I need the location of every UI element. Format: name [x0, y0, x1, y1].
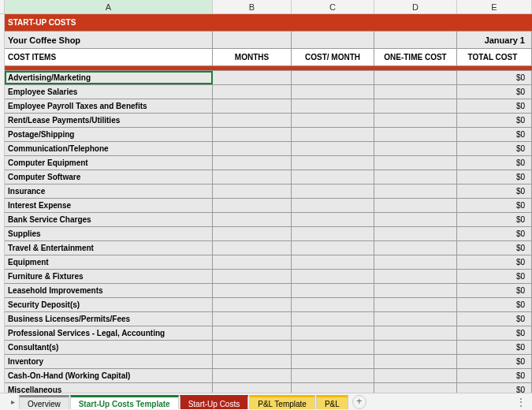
total-cost-cell[interactable]: $0	[457, 369, 532, 382]
cost-per-month-cell[interactable]	[292, 99, 374, 113]
header-cost-month[interactable]: COST/ MONTH	[292, 49, 374, 65]
cost-item-label[interactable]: Supplies	[5, 227, 213, 240]
months-cell[interactable]	[213, 156, 292, 170]
total-cost-cell[interactable]: $0	[457, 184, 532, 198]
cost-item-label[interactable]: Security Deposit(s)	[5, 298, 213, 311]
column-header-A[interactable]: A	[5, 0, 213, 13]
column-header-D[interactable]: D	[374, 0, 457, 13]
months-cell[interactable]	[213, 383, 292, 393]
cost-per-month-cell[interactable]	[292, 312, 374, 326]
cost-per-month-cell[interactable]	[292, 227, 374, 240]
total-cost-cell[interactable]: $0	[457, 255, 532, 269]
cost-per-month-cell[interactable]	[292, 128, 374, 141]
tab-startup-costs-template[interactable]: Start-Up Costs Template	[70, 395, 179, 409]
cost-item-label[interactable]: Advertising/Marketing	[5, 71, 213, 84]
cost-per-month-cell[interactable]	[292, 341, 374, 354]
one-time-cost-cell[interactable]	[374, 99, 457, 113]
total-cost-cell[interactable]: $0	[457, 227, 532, 240]
cost-item-label[interactable]: Employee Salaries	[5, 85, 213, 99]
total-cost-cell[interactable]: $0	[457, 85, 532, 99]
cost-item-label[interactable]: Professional Services - Legal, Accountin…	[5, 326, 213, 340]
cost-per-month-cell[interactable]	[292, 184, 374, 198]
cost-per-month-cell[interactable]	[292, 156, 374, 170]
one-time-cost-cell[interactable]	[374, 341, 457, 354]
months-cell[interactable]	[213, 114, 292, 127]
tab-scroll-right-icon[interactable]: ▸	[6, 396, 19, 408]
months-cell[interactable]	[213, 341, 292, 354]
cost-per-month-cell[interactable]	[292, 255, 374, 269]
cost-item-label[interactable]: Interest Expense	[5, 199, 213, 212]
total-cost-cell[interactable]: $0	[457, 298, 532, 311]
tab-pl[interactable]: P&L	[316, 395, 348, 409]
cost-per-month-cell[interactable]	[292, 369, 374, 382]
months-cell[interactable]	[213, 99, 292, 113]
total-cost-cell[interactable]: $0	[457, 213, 532, 226]
cost-per-month-cell[interactable]	[292, 199, 374, 212]
total-cost-cell[interactable]: $0	[457, 341, 532, 354]
one-time-cost-cell[interactable]	[374, 298, 457, 311]
cost-item-label[interactable]: Furniture & Fixtures	[5, 270, 213, 283]
months-cell[interactable]	[213, 326, 292, 340]
column-header-C[interactable]: C	[292, 0, 374, 13]
months-cell[interactable]	[213, 369, 292, 382]
one-time-cost-cell[interactable]	[374, 170, 457, 184]
date-cell[interactable]: January 1	[457, 32, 532, 48]
one-time-cost-cell[interactable]	[374, 312, 457, 326]
cost-item-label[interactable]: Cash-On-Hand (Working Capital)	[5, 369, 213, 382]
column-header-E[interactable]: E	[457, 0, 532, 13]
column-header-B[interactable]: B	[213, 0, 292, 13]
months-cell[interactable]	[213, 184, 292, 198]
sheet-title[interactable]: START-UP COSTS	[5, 14, 213, 31]
one-time-cost-cell[interactable]	[374, 241, 457, 255]
cost-item-label[interactable]: Rent/Lease Payments/Utilities	[5, 114, 213, 127]
cost-per-month-cell[interactable]	[292, 170, 374, 184]
one-time-cost-cell[interactable]	[374, 71, 457, 84]
one-time-cost-cell[interactable]	[374, 284, 457, 297]
cost-item-label[interactable]: Communication/Telephone	[5, 142, 213, 155]
cost-item-label[interactable]: Travel & Entertainment	[5, 241, 213, 255]
total-cost-cell[interactable]: $0	[457, 383, 532, 393]
total-cost-cell[interactable]: $0	[457, 199, 532, 212]
cost-item-label[interactable]: Inventory	[5, 355, 213, 368]
total-cost-cell[interactable]: $0	[457, 326, 532, 340]
months-cell[interactable]	[213, 213, 292, 226]
total-cost-cell[interactable]: $0	[457, 142, 532, 155]
header-cost-items[interactable]: COST ITEMS	[5, 49, 213, 65]
cost-per-month-cell[interactable]	[292, 114, 374, 127]
header-months[interactable]: MONTHS	[213, 49, 292, 65]
total-cost-cell[interactable]: $0	[457, 156, 532, 170]
cost-item-label[interactable]: Equipment	[5, 255, 213, 269]
total-cost-cell[interactable]: $0	[457, 128, 532, 141]
months-cell[interactable]	[213, 227, 292, 240]
one-time-cost-cell[interactable]	[374, 128, 457, 141]
cost-item-label[interactable]: Employee Payroll Taxes and Benefits	[5, 99, 213, 113]
total-cost-cell[interactable]: $0	[457, 71, 532, 84]
one-time-cost-cell[interactable]	[374, 114, 457, 127]
months-cell[interactable]	[213, 241, 292, 255]
tab-overview[interactable]: Overview	[19, 395, 69, 409]
cost-per-month-cell[interactable]	[292, 284, 374, 297]
months-cell[interactable]	[213, 270, 292, 283]
one-time-cost-cell[interactable]	[374, 355, 457, 368]
cost-per-month-cell[interactable]	[292, 326, 374, 340]
cost-item-label[interactable]: Miscellaneous	[5, 383, 213, 393]
months-cell[interactable]	[213, 170, 292, 184]
header-one-time[interactable]: ONE-TIME COST	[374, 49, 457, 65]
cost-item-label[interactable]: Computer Equipment	[5, 156, 213, 170]
cost-per-month-cell[interactable]	[292, 270, 374, 283]
total-cost-cell[interactable]: $0	[457, 270, 532, 283]
one-time-cost-cell[interactable]	[374, 142, 457, 155]
add-sheet-button[interactable]: +	[352, 395, 366, 409]
months-cell[interactable]	[213, 312, 292, 326]
total-cost-cell[interactable]: $0	[457, 99, 532, 113]
cost-per-month-cell[interactable]	[292, 142, 374, 155]
total-cost-cell[interactable]: $0	[457, 170, 532, 184]
cost-per-month-cell[interactable]	[292, 71, 374, 84]
one-time-cost-cell[interactable]	[374, 156, 457, 170]
one-time-cost-cell[interactable]	[374, 184, 457, 198]
months-cell[interactable]	[213, 255, 292, 269]
cost-item-label[interactable]: Computer Software	[5, 170, 213, 184]
cost-per-month-cell[interactable]	[292, 241, 374, 255]
one-time-cost-cell[interactable]	[374, 326, 457, 340]
months-cell[interactable]	[213, 199, 292, 212]
